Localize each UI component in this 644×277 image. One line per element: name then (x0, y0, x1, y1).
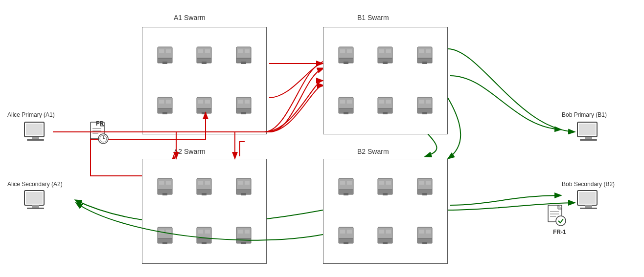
alice-secondary-label: Alice Secondary (A2) (7, 181, 63, 188)
svg-rect-11 (205, 49, 210, 53)
svg-rect-10 (198, 49, 203, 53)
alice-secondary-computer (22, 190, 49, 216)
server-node (226, 83, 261, 129)
svg-rect-125 (32, 137, 39, 139)
svg-rect-72 (202, 193, 207, 195)
server-node (368, 83, 403, 129)
a1-swarm-label: A1 Swarm (174, 14, 206, 21)
svg-rect-66 (166, 181, 171, 185)
fr1-document-icon (547, 204, 567, 230)
svg-rect-7 (162, 62, 167, 64)
server-node (407, 164, 442, 210)
server-node (186, 32, 222, 79)
svg-rect-61 (426, 100, 431, 104)
svg-rect-95 (340, 181, 345, 185)
server-node (328, 83, 364, 129)
svg-rect-35 (340, 49, 345, 53)
svg-rect-26 (205, 100, 210, 104)
svg-rect-47 (422, 62, 427, 64)
svg-rect-75 (238, 181, 243, 185)
svg-rect-80 (159, 230, 164, 234)
svg-rect-136 (26, 192, 43, 204)
svg-rect-30 (238, 100, 243, 104)
svg-rect-142 (580, 139, 597, 141)
svg-rect-42 (383, 62, 388, 64)
svg-rect-50 (340, 100, 345, 104)
svg-rect-124 (26, 124, 43, 135)
svg-rect-90 (238, 230, 243, 234)
svg-rect-45 (419, 49, 424, 53)
alice-primary-label: Alice Primary (A1) (7, 111, 55, 118)
svg-rect-97 (344, 193, 348, 195)
svg-rect-77 (241, 193, 246, 195)
svg-rect-32 (241, 112, 246, 114)
server-node (368, 164, 403, 210)
svg-rect-87 (202, 242, 207, 244)
svg-rect-100 (379, 181, 384, 185)
fr-label: FR (96, 120, 104, 127)
bob-primary-computer (575, 121, 602, 148)
svg-rect-141 (585, 137, 592, 139)
svg-rect-106 (426, 181, 431, 185)
svg-rect-20 (159, 100, 164, 104)
svg-rect-55 (379, 100, 384, 104)
svg-rect-86 (205, 230, 210, 234)
a2-swarm-label: A2 Swarm (174, 148, 206, 155)
svg-rect-37 (344, 62, 348, 64)
server-node (226, 164, 261, 210)
a2-swarm-box (142, 159, 267, 264)
server-node (407, 83, 442, 129)
svg-rect-76 (245, 181, 250, 185)
svg-rect-138 (27, 208, 44, 209)
svg-rect-15 (238, 49, 243, 53)
svg-rect-65 (159, 181, 164, 185)
svg-rect-144 (579, 192, 596, 204)
server-node (407, 213, 442, 259)
server-node (368, 213, 403, 259)
svg-rect-120 (419, 230, 424, 234)
svg-rect-27 (202, 112, 207, 114)
server-node (226, 213, 261, 259)
svg-rect-92 (241, 242, 246, 244)
svg-rect-56 (386, 100, 391, 104)
svg-rect-91 (245, 230, 250, 234)
server-node (368, 32, 403, 79)
svg-rect-105 (419, 181, 424, 185)
svg-rect-107 (422, 193, 427, 195)
b1-swarm-box (323, 27, 448, 134)
server-node (147, 213, 183, 259)
svg-rect-16 (245, 49, 250, 53)
svg-rect-111 (347, 230, 352, 234)
svg-rect-40 (379, 49, 384, 53)
server-node (328, 32, 364, 79)
b1-swarm-label: B1 Swarm (357, 14, 389, 21)
server-node (226, 32, 261, 79)
svg-rect-146 (580, 208, 597, 209)
server-node (407, 32, 442, 79)
b2-swarm-box (323, 159, 448, 264)
svg-rect-137 (32, 205, 39, 208)
svg-rect-17 (241, 62, 246, 64)
svg-rect-12 (202, 62, 207, 64)
diagram: A1 Swarm B1 Swarm (0, 0, 644, 277)
svg-rect-57 (383, 112, 388, 114)
svg-rect-81 (166, 230, 171, 234)
server-node (328, 213, 364, 259)
svg-rect-115 (379, 230, 384, 234)
server-node (147, 164, 183, 210)
alice-primary-computer (22, 121, 49, 148)
svg-point-151 (556, 216, 566, 226)
server-node (186, 213, 222, 259)
a1-swarm-box (142, 27, 267, 134)
svg-rect-85 (198, 230, 203, 234)
svg-rect-62 (422, 112, 427, 114)
svg-rect-5 (159, 49, 164, 53)
svg-rect-122 (422, 242, 427, 244)
fr1-label: FR-1 (553, 229, 566, 235)
svg-rect-82 (162, 242, 167, 244)
svg-rect-25 (198, 100, 203, 104)
svg-rect-117 (383, 242, 388, 244)
svg-rect-41 (386, 49, 391, 53)
svg-rect-101 (386, 181, 391, 185)
svg-rect-67 (162, 193, 167, 195)
